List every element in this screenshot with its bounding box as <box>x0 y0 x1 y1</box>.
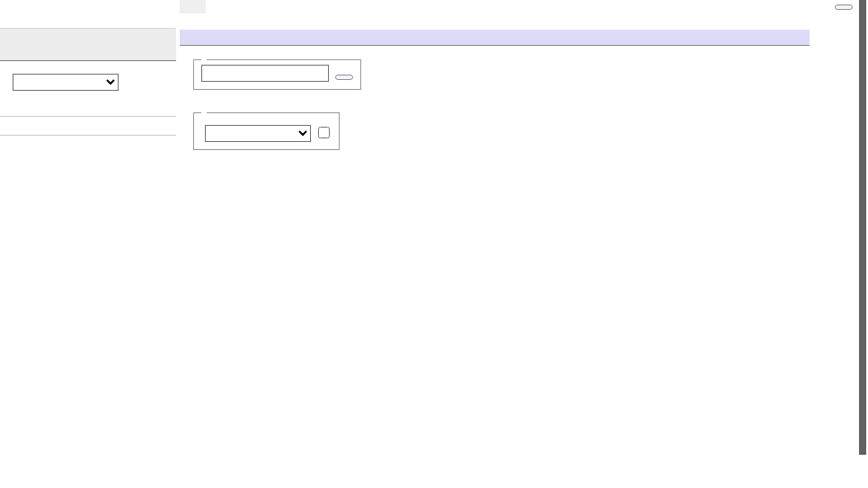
overwrite-checkbox[interactable] <box>318 127 330 138</box>
sidebar-actions <box>0 102 176 117</box>
sidebar-table-links <box>0 117 176 136</box>
page-title <box>180 30 810 46</box>
app-title <box>0 28 176 61</box>
breadcrumb <box>180 0 206 13</box>
move-row <box>201 125 332 142</box>
main-content <box>180 30 810 167</box>
db-selector-row <box>0 61 176 102</box>
move-db-select[interactable] <box>205 125 311 142</box>
search-input[interactable] <box>201 65 329 82</box>
logout-button[interactable] <box>835 4 853 10</box>
scrollbar-thumb[interactable] <box>859 0 866 455</box>
search-fieldset <box>193 59 361 90</box>
selected-fieldset <box>193 112 340 150</box>
overwrite-option <box>318 127 332 139</box>
sidebar <box>0 0 176 488</box>
search-button[interactable] <box>335 75 353 80</box>
db-select[interactable] <box>13 74 119 91</box>
